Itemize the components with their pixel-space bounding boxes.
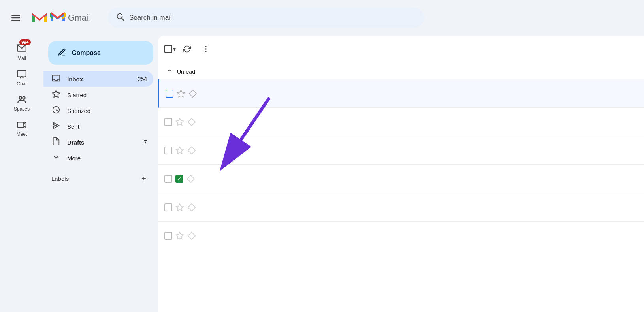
more-options-button[interactable] [198, 41, 214, 57]
important-icon[interactable] [187, 118, 196, 126]
important-icon[interactable] [186, 175, 195, 183]
nav-item-inbox[interactable]: Inbox 254 [43, 71, 153, 87]
inbox-label: Inbox [67, 76, 132, 83]
svg-marker-30 [188, 203, 195, 211]
starred-icon [51, 90, 61, 100]
svg-marker-25 [188, 118, 195, 125]
nav-item-drafts[interactable]: Drafts 7 [43, 134, 153, 150]
svg-marker-32 [188, 232, 195, 239]
sidebar-item-meet[interactable]: Meet [4, 117, 40, 140]
section-title: Unread [177, 69, 195, 75]
chat-icon [17, 69, 27, 79]
svg-rect-13 [17, 122, 24, 128]
star-icon[interactable] [175, 231, 184, 240]
more-label: More [67, 155, 147, 162]
top-bar: Gmail Search in mail [0, 0, 644, 36]
compose-pencil-icon [58, 48, 66, 58]
sent-label: Sent [67, 123, 147, 130]
svg-line-8 [122, 18, 124, 20]
search-placeholder: Search in mail [129, 14, 416, 22]
sent-icon [51, 121, 61, 132]
svg-marker-26 [176, 147, 183, 153]
select-dropdown-chevron[interactable]: ▾ [173, 46, 176, 52]
compose-label: Compose [72, 49, 101, 56]
svg-marker-24 [176, 118, 183, 125]
compose-button[interactable]: Compose [48, 41, 153, 65]
collapse-section-button[interactable] [166, 67, 173, 76]
svg-marker-14 [24, 122, 26, 128]
sidebar-item-mail[interactable]: 99+ Mail [4, 39, 40, 64]
svg-rect-1 [11, 17, 20, 18]
svg-marker-16 [53, 90, 60, 97]
email-area: ▾ Unread [158, 36, 644, 312]
snoozed-label: Snoozed [67, 107, 147, 114]
row-checkbox[interactable] [164, 232, 172, 240]
meet-nav-label: Meet [17, 132, 27, 137]
spaces-nav-label: Spaces [14, 106, 30, 112]
green-star-checkbox[interactable]: ✓ [175, 175, 183, 183]
star-icon[interactable] [175, 118, 184, 126]
email-row[interactable] [158, 79, 644, 108]
search-bar[interactable]: Search in mail [108, 8, 424, 28]
svg-marker-31 [176, 232, 183, 239]
nav-item-sent[interactable]: Sent [43, 118, 153, 134]
important-icon[interactable] [187, 231, 196, 240]
star-icon[interactable] [175, 203, 184, 212]
svg-point-12 [23, 96, 25, 99]
drafts-label: Drafts [67, 139, 137, 146]
row-checkbox[interactable] [166, 90, 173, 98]
inbox-count: 254 [138, 76, 147, 82]
svg-marker-18 [54, 122, 59, 128]
icon-sidebar: 99+ Mail Chat Spaces [0, 36, 43, 312]
select-checkbox[interactable] [164, 45, 172, 53]
email-row[interactable] [158, 222, 644, 250]
menu-button[interactable] [6, 8, 25, 27]
meet-icon [17, 120, 27, 130]
gmail-wordmark: Gmail [68, 13, 90, 23]
nav-item-snoozed[interactable]: Snoozed [43, 103, 153, 118]
email-row[interactable] [158, 136, 644, 165]
refresh-button[interactable] [179, 41, 195, 57]
mail-unread-badge: 99+ [19, 39, 31, 45]
email-toolbar: ▾ [158, 36, 644, 62]
refresh-icon [183, 45, 191, 53]
svg-rect-0 [11, 15, 20, 16]
gmail-logo[interactable]: Gmail [32, 11, 90, 24]
nav-item-starred[interactable]: Starred [43, 87, 153, 103]
svg-point-20 [205, 48, 206, 49]
mail-nav-label: Mail [17, 56, 26, 61]
row-checkbox[interactable] [164, 147, 172, 154]
nav-sidebar: Compose Inbox 254 Starred [43, 36, 158, 312]
nav-item-more[interactable]: More [43, 150, 153, 166]
more-chevron-icon [51, 153, 61, 164]
svg-marker-22 [177, 90, 185, 96]
important-icon[interactable] [188, 89, 197, 98]
star-icon[interactable] [177, 89, 185, 98]
section-header: Unread [158, 62, 644, 79]
search-icon [116, 12, 124, 23]
email-row[interactable] [158, 108, 644, 136]
labels-add-button[interactable]: + [137, 172, 150, 185]
email-row[interactable] [158, 193, 644, 222]
email-row[interactable]: ✓ [158, 165, 644, 193]
svg-point-21 [205, 51, 206, 52]
sidebar-item-spaces[interactable]: Spaces [4, 91, 40, 115]
select-all-checkbox[interactable]: ▾ [164, 45, 176, 53]
svg-point-19 [205, 46, 206, 47]
row-checkbox[interactable] [164, 175, 172, 183]
starred-label: Starred [67, 92, 147, 98]
email-list: ✓ [158, 79, 644, 312]
important-icon[interactable] [187, 203, 196, 212]
chat-nav-label: Chat [17, 81, 26, 86]
svg-marker-29 [176, 203, 183, 210]
drafts-icon [51, 137, 61, 148]
labels-add-icon: + [141, 174, 146, 183]
row-checkbox[interactable] [164, 118, 172, 126]
row-checkbox[interactable] [164, 203, 172, 211]
svg-marker-27 [188, 147, 195, 154]
important-icon[interactable] [187, 146, 196, 155]
sidebar-item-chat[interactable]: Chat [4, 66, 40, 90]
star-icon[interactable] [175, 146, 184, 155]
svg-rect-2 [11, 20, 20, 21]
snoozed-icon [51, 105, 61, 116]
